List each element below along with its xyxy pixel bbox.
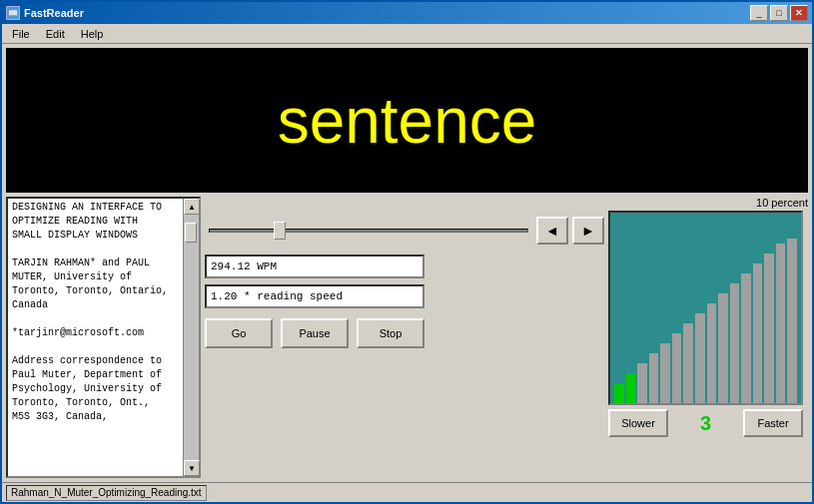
maximize-button[interactable]: □: [770, 5, 788, 21]
chart-panel: 10 percent Slower 3 Faster: [608, 197, 808, 478]
chart-bar-6: [683, 323, 693, 403]
slider-area: ◄ ►: [205, 217, 604, 245]
vertical-scrollbar: ▲ ▼: [183, 199, 199, 476]
chart-bar-15: [787, 239, 797, 403]
minimize-button[interactable]: _: [750, 5, 768, 21]
slower-button[interactable]: Slower: [608, 409, 668, 437]
slider-thumb[interactable]: [274, 222, 286, 240]
chart-bar-8: [707, 303, 717, 403]
go-button[interactable]: Go: [205, 318, 273, 348]
menu-help[interactable]: Help: [73, 25, 112, 43]
text-panel: DESIGNING AN INTERFACE TO OPTIMIZE READI…: [6, 197, 201, 478]
app-icon: 📖: [6, 6, 20, 20]
speed-field[interactable]: 1.20 * reading speed: [205, 284, 424, 308]
bars-row: [614, 234, 797, 403]
chart-bar-3: [649, 353, 659, 403]
status-bar: Rahman_N_Muter_Optimizing_Reading.txt: [2, 482, 812, 502]
button-row: Go Pause Stop: [205, 318, 604, 348]
main-window: 📖 FastReader _ □ ✕ File Edit Help senten…: [0, 0, 814, 504]
display-area: sentence: [6, 48, 808, 193]
chart-bar-9: [718, 293, 728, 403]
lower-section: DESIGNING AN INTERFACE TO OPTIMIZE READI…: [6, 197, 808, 478]
speed-value: 3: [686, 412, 726, 435]
close-button[interactable]: ✕: [790, 5, 808, 21]
chart-controls: Slower 3 Faster: [608, 409, 803, 437]
title-bar-text: 📖 FastReader: [6, 6, 750, 20]
chart-bar-12: [753, 263, 763, 403]
scroll-thumb[interactable]: [185, 223, 197, 243]
wpm-value: 294.12 WPM: [211, 260, 277, 272]
slider-track[interactable]: [209, 229, 528, 233]
scroll-up-button[interactable]: ▲: [184, 199, 200, 215]
app-title: FastReader: [24, 7, 84, 19]
chart-bar-13: [764, 253, 774, 403]
middle-panel: ◄ ► 294.12 WPM 1.20 * reading speed Go P…: [205, 197, 604, 478]
chart-bar-2: [637, 363, 647, 403]
scroll-track[interactable]: [184, 215, 199, 460]
text-content: DESIGNING AN INTERFACE TO OPTIMIZE READI…: [8, 199, 183, 476]
prev-button[interactable]: ◄: [536, 217, 568, 245]
status-filename: Rahman_N_Muter_Optimizing_Reading.txt: [6, 485, 207, 501]
filename-text: Rahman_N_Muter_Optimizing_Reading.txt: [11, 487, 202, 498]
chart-bar-1: [626, 373, 636, 403]
chart-bar-0: [614, 383, 624, 403]
title-bar: 📖 FastReader _ □ ✕: [2, 2, 812, 24]
main-content: sentence DESIGNING AN INTERFACE TO OPTIM…: [2, 44, 812, 482]
chart-bar-5: [672, 333, 682, 403]
chart-container: [608, 211, 803, 405]
chart-bar-11: [741, 273, 751, 403]
menu-file[interactable]: File: [4, 25, 38, 43]
percent-label: 10 percent: [608, 197, 808, 209]
chart-bar-4: [660, 343, 670, 403]
scroll-down-button[interactable]: ▼: [184, 460, 200, 476]
title-bar-controls: _ □ ✕: [750, 5, 808, 21]
menu-bar: File Edit Help: [2, 24, 812, 44]
text-scroll-container: DESIGNING AN INTERFACE TO OPTIMIZE READI…: [6, 197, 201, 478]
display-text: sentence: [278, 84, 537, 158]
pause-button[interactable]: Pause: [281, 318, 349, 348]
faster-button[interactable]: Faster: [743, 409, 803, 437]
chart-bar-14: [776, 244, 786, 403]
wpm-field[interactable]: 294.12 WPM: [205, 254, 424, 278]
stop-button[interactable]: Stop: [357, 318, 424, 348]
chart-bar-10: [730, 283, 740, 403]
menu-edit[interactable]: Edit: [38, 25, 73, 43]
chart-bar-7: [695, 313, 705, 403]
speed-formula: 1.20 * reading speed: [211, 290, 343, 302]
next-button[interactable]: ►: [572, 217, 604, 245]
